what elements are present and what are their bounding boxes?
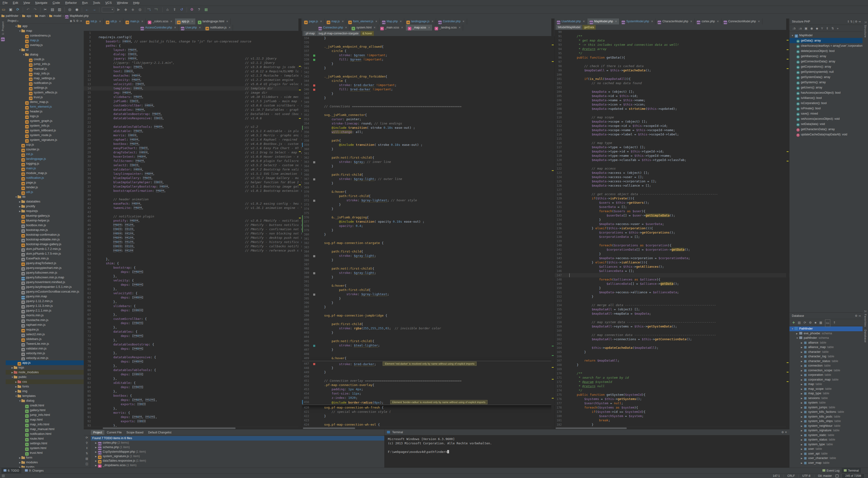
code-line[interactable]: 114 $mapData->scope->label = $this->scop… [555,132,789,136]
code-line[interactable]: 170 /** [555,371,789,376]
tab-ConnectionModel.php[interactable]: phpConnectionModel.php✕ [721,19,763,24]
code-line[interactable]: 339 fill: $green !important; [302,57,555,62]
structure-tool-icon[interactable]: ▣ [804,25,807,32]
code-line[interactable]: 52 0: 1// PNotify - reference push n… [84,249,302,253]
code-line[interactable]: 120 $mapData->type->classTab = $this->ty… [555,158,789,162]
tree-item-css[interactable]: ▶css [6,379,84,384]
code-line[interactable]: 98 // check if there is cached data [555,64,789,68]
code-line[interactable]: 359 @include transition( stroke 0.18s ea… [302,143,555,147]
todo-tab-current-file[interactable]: Current File [104,430,124,435]
code-line[interactable]: 116 // map type [555,141,789,145]
database-tool-icon[interactable]: ⚙ [809,319,812,326]
code-line[interactable]: 69 deps: [0] [84,321,302,325]
code-line[interactable]: 181 break; [555,418,789,422]
project-header-icons[interactable]: ◉ ⇅ ⚙ ⇥ [70,19,82,24]
undo-icon[interactable]: ↶ [25,6,31,12]
menu-item-window[interactable]: Window [114,0,130,6]
tab-close-icon[interactable]: ✕ [99,20,101,23]
code-line[interactable]: 456 @include border-radius(8px);Element … [302,400,555,404]
database-tool-icon[interactable]: SQL [825,319,830,327]
code-line[interactable]: 112 $mapData->scope->id = $this->scopeId… [555,124,789,128]
code-line[interactable]: 130 $users = $this->getUsers(); [555,200,789,205]
tab-AccessController.php[interactable]: phpAccessController.php✕ [138,25,179,31]
structure-item-save[interactable]: msave(): mixed [789,111,863,116]
tab-close-icon[interactable]: ✕ [191,20,193,23]
tree-item-render.js[interactable]: JSrender.js [6,185,84,190]
code-line[interactable]: 51 0: 1,// PNotify - callbacks notif… [84,244,302,249]
code-line[interactable]: 361 [302,151,555,156]
tab-UserModel.php[interactable]: phpUserModel.php✕ [555,19,587,24]
code-line[interactable]: 355 @include transition( stroke 0.18s ea… [302,126,555,130]
code-line[interactable]: 10 text: 0,// v2.0.12 a RequireJS/AMD … [84,69,302,73]
code-line[interactable]: 41 easePack: 0,// v1.9.2 easing config… [84,201,302,206]
scrollbar-thumb[interactable] [103,427,236,429]
tab-Controller.php[interactable]: phpController.php✕ [436,19,467,24]
code-line[interactable]: 384 path:first-child{ [302,249,555,254]
code-line[interactable]: 12 velocity: 0,// v1.2.2 animation eng… [84,78,302,82]
code-line[interactable]: 43 [84,210,302,214]
code-line[interactable]: 370 &:hover{ [302,190,555,194]
tree-item-jquery-1.11.3.min.js[interactable]: JSjquery-1.11.3.min.js [6,304,84,308]
breadcrumb-chip[interactable]: .pf-map [303,31,316,36]
db-item-connection[interactable]: ▶▦connection: table [789,363,863,368]
line-separator[interactable]: CRLF [787,474,795,478]
tab-notification.js[interactable]: JSnotification.js✕ [203,25,233,31]
code-line[interactable]: 99 $mapDataAll = $this->getCacheData(); [555,68,789,72]
todo-tab-project[interactable]: Project [91,430,104,435]
tree-item-system_killboard.js[interactable]: JSsystem_killboard.js [6,128,84,133]
code-line[interactable]: 72 deps: [0] [84,334,302,338]
tree-arrow-icon[interactable]: ▶ [11,370,14,375]
terminal-prompt[interactable]: F:\webpages\exodus4d\pathfinder> [388,450,789,454]
db-item-eve_phoebe[interactable]: ▶eve_phoebe: schema [789,331,863,336]
code-line[interactable]: 86 bootbox: { [84,393,302,398]
tree-item-bootstrap-confirmation.js[interactable]: JSbootstrap-confirmation.js [6,232,84,237]
structure-item-clearAccess[interactable]: mclearAccess(clearKeys = array['user','c… [789,43,863,49]
tab-cortex.php[interactable]: phpcortex.php✕ [694,19,721,24]
tree-arrow-icon[interactable]: ▼ [15,195,18,199]
tab-close-icon[interactable]: ✕ [119,20,121,23]
tab-close-icon[interactable]: ✕ [373,26,375,29]
code-line[interactable]: 401 path:first-child{ [302,322,555,326]
code-line[interactable]: 367 stroke: $gray-light; // outer line [302,177,555,181]
tree-item-bootstrap-image-gallery.js[interactable]: JSbootstrap-image-gallery.js [6,242,84,247]
code-line[interactable]: 108 $mapData->updated = strtotime($this-… [555,107,789,111]
tab-close-icon[interactable]: ✕ [226,20,228,23]
find-icon[interactable]: ◎ [67,6,73,12]
tab-close-icon[interactable]: ✕ [459,26,461,29]
db-item-user_api[interactable]: ▶▦user_api: table [789,451,863,456]
code-line[interactable]: 178 foreach($systems as $system){ [555,406,789,410]
tree-item-mustache.min.js[interactable]: JSmustache.min.js [6,318,84,322]
code-line[interactable]: 408 [302,352,555,356]
code-line[interactable]: 403 } [302,330,555,335]
tree-item-logging.js[interactable]: JSlogging.js [6,161,84,166]
tree-item-header.js[interactable]: JSheader.js [6,109,84,114]
toolwindow-button-favorites[interactable]: 2: Favorites [864,310,867,327]
code-line[interactable]: 364 } [302,164,555,168]
tree-item-demo_map.js[interactable]: JSdemo_map.js [6,100,84,104]
menu-item-run[interactable]: Run [80,0,90,6]
profiler-icon[interactable]: ◍ [137,6,143,12]
tree-item-dialog[interactable]: ▼dialog [6,398,84,403]
replace-icon[interactable]: ◉ [74,6,80,12]
code-line[interactable]: 64 }, [84,300,302,304]
tree-item-map[interactable]: ▼map [6,28,84,33]
code-line[interactable]: 386 } [302,258,555,262]
tab-close-icon[interactable]: ✕ [228,26,230,29]
code-line[interactable]: 1 [84,31,302,35]
vcs-commit-icon[interactable]: ↑VCS [154,6,160,12]
code-line[interactable]: 398 [302,309,555,314]
tab-close-icon[interactable]: ✕ [615,20,617,23]
code-line[interactable]: 94 * @return array [555,47,789,51]
code-line[interactable]: 172 * @param $systemId [555,380,789,384]
code-line[interactable]: 14 templates: 0,// template dir [84,86,302,91]
tree-item-map_info.js[interactable]: JSmap_info.js [6,71,84,76]
caret-position[interactable]: 147:1 [773,474,780,478]
tree-item-dom.jsPlumb-1.7.5-min.js[interactable]: JSdom.jsPlumb-1.7.5-min.js [6,251,84,256]
tab-close-icon[interactable]: ✕ [428,26,430,29]
tab-close-icon[interactable]: ✕ [342,20,344,23]
help-icon[interactable]: ? [196,6,202,12]
code-line[interactable]: 174 */ [555,388,789,393]
tree-item-bootstrap-editable.min.js[interactable]: JSbootstrap-editable.min.js [6,237,84,242]
code-line[interactable]: 91 deps: [0, 1], [84,415,302,419]
save-all-icon[interactable]: ▣ [8,6,14,12]
